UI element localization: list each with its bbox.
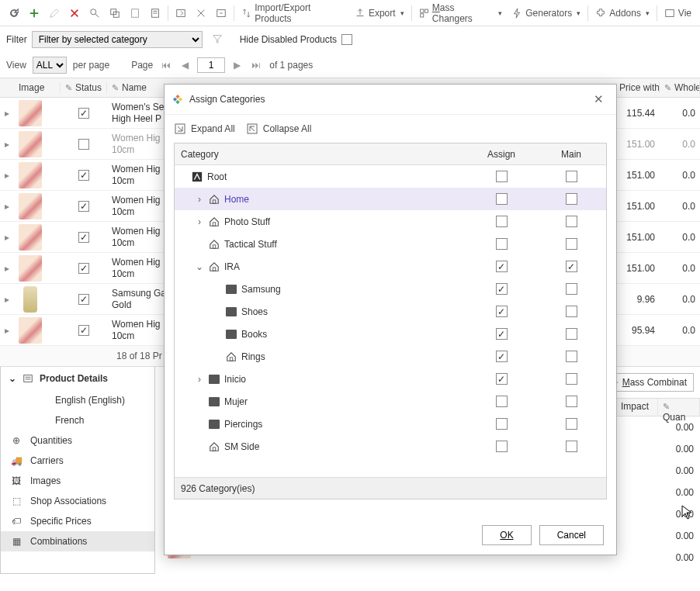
- impact-row[interactable]: 0.00: [616, 438, 700, 460]
- status-checkbox[interactable]: [78, 139, 89, 150]
- page-number-input[interactable]: [197, 57, 225, 73]
- tree-row[interactable]: Root: [175, 165, 606, 188]
- cancel-button[interactable]: Cancel: [539, 525, 604, 545]
- main-checkbox[interactable]: [566, 351, 577, 362]
- action3-icon[interactable]: [212, 5, 230, 21]
- status-checkbox[interactable]: ✓: [78, 232, 89, 243]
- assign-checkbox[interactable]: [496, 351, 508, 362]
- sidebar-item[interactable]: French: [1, 410, 154, 430]
- refresh-icon[interactable]: [5, 5, 23, 21]
- addons-button[interactable]: Addons▾: [591, 5, 653, 21]
- tree-row[interactable]: SM Side: [175, 435, 606, 458]
- assign-checkbox[interactable]: [496, 328, 508, 340]
- first-page-button[interactable]: ⏮: [159, 60, 173, 71]
- sidebar-item[interactable]: ▦Combinations: [1, 531, 154, 551]
- col-image[interactable]: Image: [19, 82, 44, 93]
- status-checkbox[interactable]: ✓: [78, 108, 89, 119]
- col-status[interactable]: Status: [75, 82, 102, 93]
- main-checkbox[interactable]: [566, 216, 577, 227]
- expand-all-button[interactable]: Expand All: [174, 123, 235, 135]
- ok-button[interactable]: OK: [482, 525, 531, 545]
- mass-changers-button[interactable]: Mass Changers▾: [415, 0, 507, 26]
- status-checkbox[interactable]: ✓: [78, 263, 89, 274]
- tree-row[interactable]: ›Photo Stuff: [175, 210, 606, 233]
- filter-funnel-icon[interactable]: [212, 33, 223, 47]
- sidebar-item[interactable]: 🖼Images: [1, 471, 154, 491]
- prev-page-button[interactable]: ◀: [179, 60, 191, 71]
- row-expander[interactable]: ▸: [5, 170, 9, 181]
- main-checkbox[interactable]: [566, 396, 577, 407]
- next-page-button[interactable]: ▶: [231, 60, 243, 71]
- add-icon[interactable]: [25, 5, 43, 21]
- action1-icon[interactable]: [172, 5, 190, 21]
- row-expander[interactable]: ▸: [5, 263, 9, 274]
- copy-icon[interactable]: [106, 5, 124, 21]
- action2-icon[interactable]: [192, 5, 210, 21]
- main-checkbox[interactable]: [566, 283, 577, 295]
- row-expander[interactable]: ▸: [5, 108, 9, 119]
- assign-checkbox[interactable]: [496, 418, 508, 430]
- tree-row[interactable]: Tactical Stuff: [175, 233, 606, 255]
- col-impact[interactable]: Impact: [616, 399, 658, 416]
- main-checkbox[interactable]: [566, 441, 577, 452]
- assign-checkbox[interactable]: [496, 283, 508, 295]
- row-expander[interactable]: ▸: [5, 201, 9, 212]
- chevron-right-icon[interactable]: ›: [195, 194, 204, 205]
- sidebar-item[interactable]: ⬚Shop Associations: [1, 491, 154, 511]
- view-menu-button[interactable]: Vie: [660, 5, 695, 21]
- assign-checkbox[interactable]: [496, 306, 508, 317]
- chevron-down-icon[interactable]: ⌄: [195, 261, 204, 272]
- assign-checkbox[interactable]: [496, 171, 508, 182]
- row-expander[interactable]: ▸: [5, 232, 9, 243]
- doc-icon[interactable]: [126, 5, 144, 21]
- chevron-right-icon[interactable]: ›: [195, 374, 204, 385]
- sidebar-item[interactable]: English (English): [1, 390, 154, 410]
- assign-checkbox[interactable]: [496, 441, 508, 452]
- row-expander[interactable]: ▸: [5, 139, 9, 150]
- assign-checkbox[interactable]: [496, 238, 508, 250]
- main-checkbox[interactable]: [566, 306, 577, 317]
- impact-row[interactable]: 0.00: [616, 547, 700, 569]
- export-button[interactable]: Export▾: [351, 5, 408, 21]
- sidebar-item[interactable]: ⊕Quantities: [1, 430, 154, 451]
- assign-checkbox[interactable]: [496, 216, 508, 227]
- col-quan[interactable]: ✎ Quan: [658, 399, 700, 416]
- col-category[interactable]: Category: [175, 149, 466, 160]
- impact-row[interactable]: 0.00: [616, 416, 700, 438]
- chevron-right-icon[interactable]: ›: [195, 216, 204, 227]
- tree-row[interactable]: Samsung: [175, 278, 606, 300]
- generators-button[interactable]: Generators▾: [508, 5, 584, 21]
- tree-row[interactable]: ›Inicio: [175, 368, 606, 390]
- per-page-select[interactable]: ALL: [33, 57, 67, 74]
- status-checkbox[interactable]: ✓: [78, 325, 89, 336]
- col-main[interactable]: Main: [536, 149, 606, 160]
- main-checkbox[interactable]: [566, 418, 577, 430]
- doc2-icon[interactable]: [146, 5, 165, 21]
- impact-row[interactable]: 0.00: [616, 503, 700, 525]
- assign-checkbox[interactable]: [496, 193, 508, 205]
- row-expander[interactable]: ▸: [5, 294, 9, 305]
- assign-checkbox[interactable]: [496, 261, 508, 272]
- col-assign[interactable]: Assign: [466, 149, 536, 160]
- impact-row[interactable]: 0.00: [616, 525, 700, 547]
- tree-row[interactable]: Books: [175, 323, 606, 345]
- main-checkbox[interactable]: [566, 193, 577, 205]
- status-checkbox[interactable]: ✓: [78, 170, 89, 181]
- hide-disabled-checkbox[interactable]: [341, 34, 352, 45]
- tree-row[interactable]: ›Home: [175, 188, 606, 210]
- status-checkbox[interactable]: ✓: [78, 294, 89, 305]
- row-expander[interactable]: ▸: [5, 325, 9, 336]
- search-icon[interactable]: [85, 5, 104, 21]
- col-wholesale[interactable]: Wholesa: [674, 82, 700, 93]
- edit-icon[interactable]: [45, 5, 64, 21]
- main-checkbox[interactable]: [566, 171, 577, 182]
- filter-category-select[interactable]: Filter by selected category: [32, 31, 203, 48]
- main-checkbox[interactable]: [566, 238, 577, 250]
- sidebar-item[interactable]: 🚚Carriers: [1, 451, 154, 471]
- sidebar-item[interactable]: 🏷Specific Prices: [1, 511, 154, 531]
- tree-row[interactable]: Shoes: [175, 300, 606, 323]
- delete-icon[interactable]: [65, 5, 84, 21]
- col-price-with[interactable]: Price with: [619, 82, 660, 93]
- impact-row[interactable]: 0.00: [616, 482, 700, 503]
- assign-checkbox[interactable]: [496, 373, 508, 385]
